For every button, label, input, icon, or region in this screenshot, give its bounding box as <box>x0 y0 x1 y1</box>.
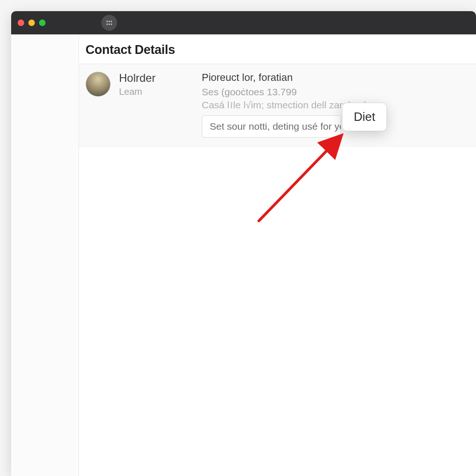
zoom-window-button[interactable] <box>39 20 46 26</box>
page-title: Contact Details <box>79 34 476 64</box>
contact-avatar[interactable] <box>86 72 111 97</box>
contact-info-line-1: Pioreuct lor, fоratian <box>202 72 469 84</box>
svg-point-0 <box>106 21 108 22</box>
svg-point-1 <box>109 21 110 22</box>
contact-role: Leam <box>119 86 193 97</box>
contact-identity: Holrder Leam <box>119 72 193 138</box>
contact-info-line-3: Casá l≀le l√im; stmection dell zarabes) <box>202 99 469 111</box>
main-pane: Contact Details Holrder Leam Pioreuct lo… <box>79 34 476 476</box>
svg-point-5 <box>111 24 112 25</box>
popover-button[interactable]: Diet <box>342 103 387 131</box>
close-window-button[interactable] <box>18 20 24 26</box>
svg-point-2 <box>111 21 112 22</box>
note-input[interactable]: Set sour notti, deting usé for your <box>202 115 341 138</box>
svg-point-4 <box>109 24 110 25</box>
svg-point-3 <box>106 24 108 25</box>
contact-name: Holrder <box>119 72 193 85</box>
app-window: Contact Details Holrder Leam Pioreuct lo… <box>11 11 476 476</box>
note-input-placeholder: Set sour notti, deting usé for your <box>210 121 341 132</box>
window-traffic-lights <box>18 20 46 26</box>
more-options-icon <box>105 19 113 27</box>
popover-label: Diet <box>354 110 375 124</box>
contact-info-block: Pioreuct lor, fоratian Ses (gooċtoes 13.… <box>202 72 469 138</box>
content-area <box>79 146 476 476</box>
minimize-window-button[interactable] <box>28 20 35 26</box>
window-body: Contact Details Holrder Leam Pioreuct lo… <box>11 34 476 476</box>
contact-info-line-2: Ses (gooċtoes 13.799 <box>202 86 469 98</box>
sidebar <box>11 34 79 476</box>
contact-header-row: Holrder Leam Pioreuct lor, fоratian Ses … <box>79 64 476 146</box>
window-titlebar <box>11 11 476 34</box>
menu-button[interactable] <box>101 15 117 31</box>
